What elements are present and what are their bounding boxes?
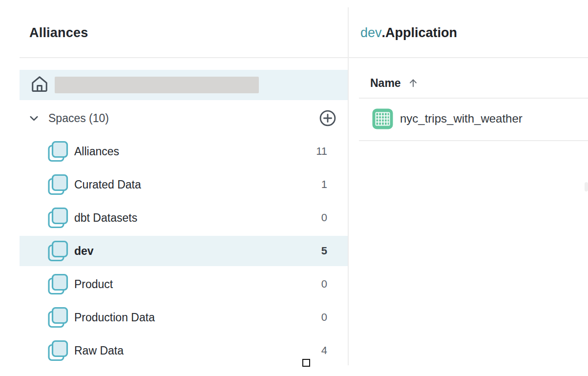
sidebar-item-label: dev — [74, 245, 94, 258]
sidebar-item-product[interactable]: Product 0 — [20, 269, 348, 299]
sidebar-item-curated-data[interactable]: Curated Data 1 — [20, 169, 348, 200]
home-row[interactable] — [20, 70, 348, 100]
space-icon — [48, 240, 68, 262]
dataset-row[interactable]: nyc_trips_with_weather — [372, 106, 523, 131]
breadcrumb-space-link[interactable]: dev — [360, 25, 382, 40]
space-icon — [48, 174, 68, 196]
sidebar-item-dev[interactable]: dev 5 — [20, 236, 348, 266]
sort-ascending-icon — [408, 77, 419, 89]
breadcrumb-separator: . — [382, 25, 386, 40]
space-icon — [48, 307, 68, 329]
sidebar-item-label: Alliances — [74, 145, 119, 158]
sidebar-item-count: 11 — [298, 145, 327, 158]
sidebar-title: Alliances — [29, 25, 88, 41]
column-header-name[interactable]: Name — [370, 72, 419, 94]
breadcrumb: dev.Application — [360, 25, 457, 41]
page-title: Application — [385, 25, 457, 40]
redacted-label-bar — [55, 77, 259, 93]
divider — [359, 98, 588, 99]
sidebar-item-count: 0 — [298, 311, 327, 324]
sidebar-item-count: 1 — [298, 178, 327, 191]
main-panel: dev.Application Name — [360, 0, 588, 376]
sidebar-item-count: 0 — [298, 211, 327, 224]
dataset-name: nyc_trips_with_weather — [400, 112, 523, 125]
sidebar-item-label: Production Data — [74, 311, 155, 324]
scrollbar-thumb[interactable] — [585, 182, 588, 191]
sidebar-item-dbt-datasets[interactable]: dbt Datasets 0 — [20, 203, 348, 233]
spaces-sidebar: Alliances Spaces (10) — [20, 0, 348, 376]
sidebar-item-label: Product — [74, 278, 113, 291]
sidebar-item-raw-data[interactable]: Raw Data 4 — [20, 335, 348, 366]
sidebar-item-label: dbt Datasets — [74, 211, 137, 225]
spaces-section-label[interactable]: Spaces (10) — [48, 112, 109, 125]
home-icon — [30, 75, 49, 95]
sidebar-item-label: Curated Data — [74, 178, 141, 191]
panel-divider — [348, 7, 349, 365]
app-window: Alliances Spaces (10) — [0, 0, 588, 376]
sidebar-item-count: 0 — [298, 278, 327, 291]
sidebar-item-production-data[interactable]: Production Data 0 — [20, 302, 348, 333]
space-icon — [48, 273, 68, 295]
sidebar-item-label: Raw Data — [74, 344, 124, 357]
plus-circle-icon — [318, 109, 337, 127]
space-icon — [48, 207, 68, 229]
sidebar-item-count: 5 — [298, 245, 327, 257]
space-icon — [48, 141, 68, 163]
sidebar-item-count: 4 — [298, 344, 327, 357]
table-icon — [372, 108, 393, 129]
add-space-button[interactable] — [318, 109, 337, 127]
sidebar-item-alliances[interactable]: Alliances 11 — [20, 136, 348, 167]
spaces-section-header: Spaces (10) — [20, 103, 348, 133]
space-icon — [48, 340, 68, 362]
chevron-down-icon[interactable] — [27, 112, 41, 125]
space-list: Alliances 11 Curated Data 1 — [20, 136, 348, 369]
divider — [359, 140, 588, 141]
cursor-square-artifact — [302, 359, 310, 367]
divider — [20, 57, 348, 58]
divider — [349, 57, 588, 58]
column-header-label: Name — [370, 77, 401, 90]
